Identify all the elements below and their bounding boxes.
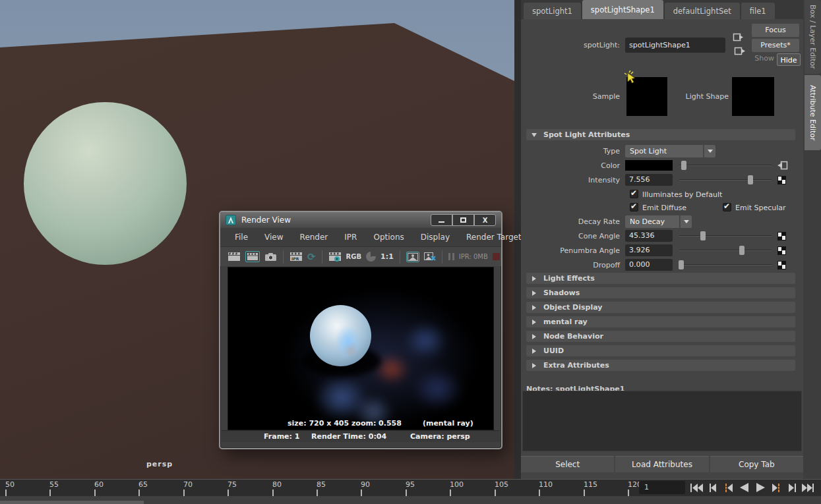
dropoff-slider[interactable] [679, 260, 772, 270]
collapsed-section-header[interactable]: mental ray [526, 316, 795, 327]
collapsed-section-header[interactable]: Shadows [526, 287, 795, 298]
render-current-frame-icon[interactable] [228, 252, 241, 262]
attribute-editor-tab[interactable]: Attribute Editor [805, 75, 821, 150]
node-tab[interactable]: defaultLightSet [665, 3, 740, 19]
toolbar-separator [400, 250, 400, 264]
collapsed-section-header[interactable]: Object Display [526, 302, 795, 313]
minimize-button[interactable] [431, 214, 452, 226]
sphere-object[interactable] [24, 102, 187, 265]
menu-item[interactable]: Options [373, 233, 404, 242]
go-to-end-button[interactable] [801, 480, 815, 495]
collapsed-section-header[interactable]: Light Effects [526, 273, 795, 284]
display-alpha-channel-icon[interactable] [366, 252, 376, 262]
current-frame-field[interactable]: 1 [639, 481, 685, 494]
emit-diffuse-checkbox[interactable] [630, 203, 638, 211]
intensity-map-button[interactable] [777, 176, 786, 184]
redo-previous-render-icon[interactable] [245, 251, 260, 262]
node-tab[interactable]: spotLightShape1 [582, 0, 663, 19]
step-forward-one-key-button[interactable] [769, 480, 783, 495]
collapsed-arrow-icon [532, 291, 536, 296]
snapshot-icon[interactable] [264, 252, 277, 262]
color-input-connection-icon[interactable] [777, 159, 789, 171]
step-forward-one-frame-button[interactable] [785, 480, 799, 495]
type-dropdown[interactable]: Spot Light [625, 145, 703, 157]
show-button[interactable]: Show [749, 54, 774, 63]
light-shape-label: Light Shape [659, 92, 729, 101]
light-shape-swatch[interactable] [732, 77, 774, 116]
real-size-icon[interactable]: 1:1 [380, 252, 394, 261]
menu-item[interactable]: File [235, 233, 248, 242]
render-view-toolbar: IPR ⟳ RGB 1:1 IPR: 0MB [220, 247, 501, 266]
range-slider[interactable] [0, 501, 821, 504]
menu-item[interactable]: IPR [344, 233, 357, 242]
channel-box-layer-editor-tab[interactable]: Box / Layer Editor [805, 0, 821, 74]
collapsed-arrow-icon [532, 276, 536, 281]
ipr-render-icon[interactable]: IPR [289, 252, 303, 262]
menu-item[interactable]: Render [300, 233, 328, 242]
footer-button[interactable]: Load Attributes [615, 456, 708, 472]
hide-button[interactable]: Hide [777, 53, 801, 66]
play-backwards-button[interactable] [737, 480, 752, 495]
rendered-image-area[interactable]: size: 720 x 405 zoom: 0.558 (mental ray) [228, 267, 494, 430]
maximize-button[interactable] [452, 214, 474, 226]
stop-render-icon[interactable] [493, 253, 500, 260]
spot-light-attributes-section[interactable]: Spot Light Attributes [526, 129, 795, 140]
decay-rate-dropdown-arrow-icon[interactable] [680, 215, 692, 228]
input-connection-icon[interactable] [732, 32, 744, 43]
ipr-pause-icon[interactable] [448, 253, 454, 260]
svg-text:IPR: IPR [291, 256, 299, 261]
timeline-tick: 50 [5, 480, 15, 496]
step-back-one-frame-button[interactable] [706, 480, 720, 495]
emit-diffuse-label: Emit Diffuse [642, 204, 686, 212]
penumbra-angle-map-button[interactable] [777, 246, 786, 255]
node-tab[interactable]: spotLight1 [524, 3, 581, 19]
focus-button[interactable]: Focus [752, 24, 799, 37]
penumbra-angle-field[interactable]: 3.926 [625, 244, 673, 256]
remove-image-icon[interactable] [424, 252, 436, 261]
intensity-slider[interactable] [679, 175, 772, 185]
menu-item[interactable]: Display [421, 233, 450, 242]
close-button[interactable]: X [474, 214, 496, 226]
collapsed-section-header[interactable]: Node Behavior [526, 331, 795, 342]
timeline-tick: 85 [317, 480, 326, 496]
dropoff-map-button[interactable] [777, 261, 786, 269]
keep-image-icon[interactable] [406, 252, 419, 262]
display-rgb-channels-icon[interactable]: RGB [346, 253, 362, 260]
type-dropdown-arrow-icon[interactable] [704, 145, 715, 157]
menu-item[interactable]: Render Target [466, 233, 522, 242]
dropoff-field[interactable]: 0.000 [625, 259, 673, 271]
render-view-titlebar[interactable]: Render View X [220, 212, 501, 228]
cone-angle-field[interactable]: 45.336 [625, 230, 673, 242]
intensity-label: Intensity [521, 176, 620, 184]
sphere-render [310, 305, 371, 366]
notes-textarea[interactable] [522, 391, 802, 451]
collapsed-section-header[interactable]: UUID [526, 345, 795, 356]
emit-specular-checkbox[interactable] [723, 203, 731, 211]
menu-item[interactable]: View [264, 233, 283, 242]
step-back-one-key-button[interactable] [721, 480, 736, 495]
ipr-refresh-icon[interactable]: ⟳ [307, 251, 316, 263]
presets-button[interactable]: Presets* [752, 39, 799, 52]
decay-rate-dropdown[interactable]: No Decay [625, 215, 679, 228]
render-size-zoom-label: size: 720 x 405 zoom: 0.558 [288, 419, 402, 428]
node-tab[interactable]: file1 [741, 3, 775, 19]
collapsed-section-header[interactable]: Extra Attributes [526, 360, 795, 371]
timeline-tick: 100 [450, 480, 464, 496]
penumbra-angle-slider[interactable] [679, 245, 772, 256]
output-connection-icon[interactable] [733, 45, 745, 57]
cone-angle-map-button[interactable] [777, 232, 786, 240]
intensity-field[interactable]: 7.556 [625, 174, 673, 186]
range-slider-handle[interactable] [0, 501, 144, 504]
footer-button[interactable]: Copy Tab [710, 456, 803, 472]
viewport-camera-label: persp [146, 460, 173, 468]
play-forwards-button[interactable] [753, 480, 768, 495]
color-swatch[interactable] [625, 160, 673, 171]
node-name-field[interactable]: spotLightShape1 [625, 38, 725, 53]
color-slider[interactable] [679, 160, 772, 171]
illuminates-by-default-checkbox[interactable] [630, 190, 638, 198]
footer-button[interactable]: Select [521, 456, 614, 472]
cone-angle-slider[interactable] [679, 231, 772, 241]
render-view-title: Render View [241, 215, 291, 225]
render-settings-icon[interactable] [328, 252, 342, 262]
go-to-start-button[interactable] [690, 480, 704, 495]
